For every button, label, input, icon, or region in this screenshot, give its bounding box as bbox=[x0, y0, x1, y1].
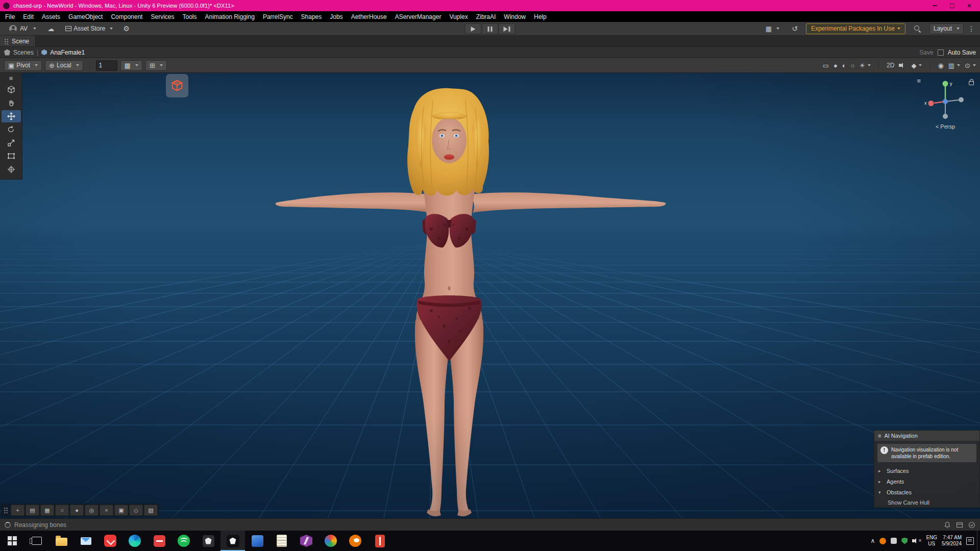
menu-item[interactable]: Vuplex bbox=[445, 11, 472, 22]
grid-snap-dropdown[interactable]: ▦ bbox=[120, 60, 142, 71]
bell-icon[interactable] bbox=[944, 521, 951, 529]
menu-item[interactable]: ParrelSync bbox=[259, 11, 297, 22]
tray-blender-icon[interactable] bbox=[879, 538, 886, 544]
handle-space-dropdown[interactable]: ⊕ Local bbox=[45, 60, 83, 71]
clock[interactable]: 7:47 AM 5/9/2024 bbox=[942, 535, 962, 547]
toggle-2d-button[interactable]: 2D bbox=[887, 62, 894, 69]
menu-item[interactable]: Animation Rigging bbox=[201, 11, 258, 22]
asset-store-dropdown[interactable]: Asset Store bbox=[61, 23, 117, 34]
ai-navigation-section[interactable]: ▸ Surfaces bbox=[874, 465, 979, 476]
menu-item[interactable]: ZibraAI bbox=[472, 11, 500, 22]
viewport-tool-button[interactable]: × bbox=[100, 505, 113, 516]
camera-view-icon[interactable]: ▭ bbox=[823, 62, 829, 69]
auto-save-checkbox[interactable] bbox=[938, 49, 944, 56]
viewport-tool-button[interactable]: ◇ bbox=[129, 505, 143, 516]
effects-dropdown[interactable]: ◆ bbox=[911, 62, 922, 69]
menu-item[interactable]: File bbox=[1, 11, 19, 22]
tray-expand-chevron-icon[interactable]: ∧ bbox=[871, 537, 875, 544]
taskbar-app-visual-studio[interactable] bbox=[294, 531, 318, 551]
start-button[interactable] bbox=[0, 531, 24, 551]
ambient-toggle-icon[interactable]: ○ bbox=[851, 62, 855, 69]
toolbar-drag-handle-icon[interactable] bbox=[4, 507, 8, 513]
taskbar-app-unity-editor[interactable] bbox=[220, 531, 245, 551]
menu-item[interactable]: Edit bbox=[19, 11, 38, 22]
minimize-button[interactable] bbox=[927, 1, 942, 10]
close-button[interactable]: × bbox=[962, 1, 977, 10]
menu-item[interactable]: Assets bbox=[38, 11, 64, 22]
save-button[interactable]: Save bbox=[919, 49, 933, 56]
search-button[interactable] bbox=[910, 23, 925, 34]
breadcrumb-current[interactable]: AnaFemale1 bbox=[50, 49, 85, 56]
menu-item[interactable]: AServerManager bbox=[391, 11, 446, 22]
tray-app-icon[interactable] bbox=[891, 538, 897, 544]
console-icon[interactable] bbox=[956, 521, 963, 529]
menu-item[interactable]: Tools bbox=[178, 11, 201, 22]
taskbar-app-blue[interactable] bbox=[245, 531, 270, 551]
task-view-button[interactable] bbox=[24, 531, 49, 551]
maximize-button[interactable] bbox=[944, 1, 960, 10]
transform-tool-button[interactable] bbox=[2, 163, 21, 176]
account-dropdown[interactable]: AV bbox=[5, 23, 40, 34]
hand-tool-button[interactable] bbox=[2, 97, 21, 109]
menu-item[interactable]: AetherHouse bbox=[347, 11, 391, 22]
scene-viewport[interactable]: ≡ ≡ bbox=[0, 73, 980, 518]
orientation-gizmo[interactable]: y x < Persp bbox=[924, 78, 967, 130]
taskbar-app-file-explorer[interactable] bbox=[49, 531, 74, 551]
taskbar-app-spotify[interactable] bbox=[172, 531, 196, 551]
menu-item[interactable]: Component bbox=[107, 11, 146, 22]
rect-tool-button[interactable] bbox=[2, 150, 21, 162]
experimental-packages-warning-dropdown[interactable]: Experimental Packages In Use bbox=[806, 23, 905, 34]
volume-muted-icon[interactable]: × bbox=[912, 537, 921, 544]
viewport-tool-button[interactable]: ◎ bbox=[85, 505, 99, 516]
menu-item[interactable]: Jobs bbox=[326, 11, 347, 22]
taskbar-app-unity-hub[interactable] bbox=[196, 531, 220, 551]
viewport-tool-button[interactable]: ▤ bbox=[26, 505, 39, 516]
floating-window-icon[interactable] bbox=[166, 74, 188, 97]
taskbar-app-notes[interactable] bbox=[270, 531, 294, 551]
multiplayer-dropdown[interactable]: ▦ bbox=[762, 23, 783, 34]
tab-scene[interactable]: Scene bbox=[0, 36, 36, 46]
play-button[interactable] bbox=[465, 23, 482, 34]
breadcrumb-root[interactable]: Scenes bbox=[13, 49, 34, 56]
menu-item[interactable]: Shapes bbox=[297, 11, 326, 22]
shading-mode-icon[interactable]: ● bbox=[834, 62, 838, 69]
overlay-menu-icon[interactable]: ≡ bbox=[917, 77, 921, 85]
ai-navigation-header[interactable]: ≡ AI Navigation bbox=[874, 431, 979, 441]
move-tool-button[interactable] bbox=[2, 110, 21, 122]
undo-history-button[interactable]: ↺ bbox=[788, 23, 802, 34]
action-center-icon[interactable] bbox=[966, 537, 974, 545]
pivot-dropdown[interactable]: ▣ Pivot bbox=[4, 60, 42, 71]
check-circle-icon[interactable] bbox=[968, 521, 975, 529]
ai-navigation-section[interactable]: ▾ Obstacles bbox=[874, 487, 979, 497]
lock-icon[interactable] bbox=[969, 81, 974, 85]
taskbar-app-edge[interactable] bbox=[122, 531, 147, 551]
layout-dropdown[interactable]: Layout bbox=[929, 23, 964, 34]
show-desktop-button[interactable] bbox=[977, 531, 980, 551]
taskbar-app-blender[interactable] bbox=[343, 531, 368, 551]
viewport-tool-button[interactable]: + bbox=[11, 505, 24, 516]
snap-settings-dropdown[interactable]: ⊞ bbox=[145, 60, 167, 71]
rotate-tool-button[interactable] bbox=[2, 123, 21, 136]
viewport-tool-button[interactable]: ▧ bbox=[144, 505, 158, 516]
ai-navigation-section[interactable]: ▸ Agents bbox=[874, 476, 979, 487]
menu-item[interactable]: GameObject bbox=[64, 11, 107, 22]
scene-visibility-icon[interactable]: ◉ bbox=[938, 62, 943, 69]
menu-item[interactable]: Help bbox=[530, 11, 551, 22]
cloud-button[interactable]: ☁ bbox=[43, 23, 58, 34]
scale-tool-button[interactable] bbox=[2, 137, 21, 149]
viewport-tool-button[interactable]: ○ bbox=[55, 505, 69, 516]
viewport-tool-button[interactable]: ● bbox=[70, 505, 84, 516]
light-settings-dropdown[interactable]: ☀ bbox=[859, 62, 871, 69]
audio-toggle-icon[interactable] bbox=[899, 62, 906, 68]
more-options-icon[interactable]: ⋮ bbox=[968, 25, 975, 32]
menu-item[interactable]: Services bbox=[146, 11, 178, 22]
viewport-tool-button[interactable]: ▣ bbox=[114, 505, 128, 516]
taskbar-app-mail[interactable] bbox=[74, 531, 98, 551]
pause-button[interactable] bbox=[482, 23, 499, 34]
taskbar-app-messenger[interactable] bbox=[318, 531, 343, 551]
project-settings-button[interactable]: ⚙ bbox=[119, 23, 134, 34]
taskbar-app-vivaldi[interactable] bbox=[98, 531, 122, 551]
lighting-toggle-icon[interactable]: ◐ bbox=[842, 62, 846, 69]
tray-security-icon[interactable] bbox=[901, 538, 908, 544]
viewport-tool-button[interactable]: ▦ bbox=[40, 505, 54, 516]
